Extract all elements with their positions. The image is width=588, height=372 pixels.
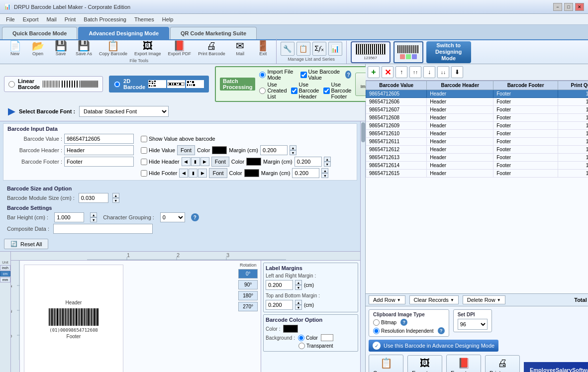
transparent-radio-label[interactable]: Transparent (298, 343, 333, 349)
header-margin-down[interactable]: ▼ (324, 162, 331, 167)
barcode-font-select[interactable]: Databar Stacked Font (79, 106, 169, 117)
value-font-button[interactable]: Font (177, 145, 195, 155)
show-value-check-label[interactable]: Show Value above barcode (141, 136, 215, 142)
footer-margin-input[interactable] (292, 168, 319, 178)
menu-help[interactable]: Help (158, 15, 178, 23)
bitmap-radio-label[interactable]: Bitmap (373, 319, 396, 326)
open-button[interactable]: 📂 Open (27, 40, 49, 57)
copy-barcode-toolbar-button[interactable]: 📋 Copy Barcode (96, 40, 130, 57)
help-btn-2[interactable]: ? (191, 213, 199, 221)
export-image-toolbar-button[interactable]: 🖼 Export Image (131, 40, 164, 57)
table-row[interactable]: 98654712610 Header Footer 1 (366, 130, 588, 138)
rotation-180-button[interactable]: 180° (238, 291, 258, 300)
copy-barcode-action-button[interactable]: 📋 Copy Barcode (369, 355, 403, 372)
rotation-90-button[interactable]: 90° (238, 280, 258, 289)
barcode-footer-input[interactable] (64, 157, 134, 167)
save-button[interactable]: 💾 Save (50, 40, 72, 57)
print-barcode-action-button[interactable]: 🖨 Print Barcode (485, 355, 520, 372)
composite-input[interactable] (53, 224, 153, 234)
barcode-value-input[interactable] (64, 134, 134, 144)
table-row[interactable]: 98654712613 Header Footer 1 (366, 154, 588, 162)
lr-margin-up[interactable]: ▲ (295, 280, 302, 285)
help-btn-1[interactable]: ? (345, 71, 351, 79)
bg-color-swatch[interactable] (321, 334, 333, 341)
table-row[interactable]: 98654712608 Header Footer 1 (366, 114, 588, 122)
module-size-input[interactable] (79, 193, 108, 203)
menu-mail[interactable]: Mail (43, 15, 61, 23)
import-file-radio-label[interactable]: Import File Mode (259, 69, 296, 81)
align-center-btn[interactable]: ▮ (191, 157, 200, 166)
maximize-button[interactable]: □ (564, 3, 573, 11)
header-margin-input[interactable] (294, 157, 322, 167)
use-value-check[interactable] (300, 72, 307, 78)
hide-value-check[interactable] (141, 147, 147, 154)
value-margin-up[interactable]: ▲ (290, 145, 296, 150)
list-add-button[interactable]: + (368, 66, 380, 78)
lr-margin-down[interactable]: ▼ (295, 285, 302, 290)
hide-footer-check[interactable] (141, 170, 147, 177)
resolution-radio-label[interactable]: Resolution Independent (373, 328, 434, 334)
use-footer-check[interactable] (323, 88, 330, 94)
export-pdf-toolbar-button[interactable]: 📕 Export PDF (165, 40, 195, 57)
use-value-check-label[interactable]: Use Barcode Value (300, 69, 342, 81)
tab-advanced-designing[interactable]: Advanced Designing Mode (78, 27, 169, 39)
align-right-btn[interactable]: ▶ (200, 157, 209, 166)
show-value-check[interactable] (141, 136, 147, 142)
save-as-button[interactable]: 💾 Save As (73, 40, 95, 57)
menu-file[interactable]: File (2, 15, 19, 23)
value-margin-input[interactable] (260, 145, 288, 155)
unit-cm[interactable]: cm (0, 271, 10, 277)
footer-align-left-btn[interactable]: ◀ (179, 169, 188, 178)
table-row[interactable]: 98654712615 Header Footer 1 (366, 170, 588, 178)
menu-print[interactable]: Print (61, 15, 80, 23)
barcode-color-swatch[interactable] (283, 325, 298, 333)
bar-height-up[interactable]: ▲ (90, 212, 97, 217)
hide-header-check-label[interactable]: Hide Header (141, 159, 180, 165)
char-group-select[interactable]: 012 (160, 212, 185, 222)
manage-btn-3[interactable]: Σ𝑓ₓ (312, 42, 326, 56)
footer-margin-down[interactable]: ▼ (321, 173, 328, 178)
list-move-last-button[interactable]: ↓↓ (437, 66, 449, 78)
menu-export[interactable]: Export (19, 15, 43, 23)
new-button[interactable]: 📄 New (4, 40, 26, 57)
help-res-btn[interactable]: ? (438, 327, 445, 334)
footer-align-right-btn[interactable]: ▶ (198, 169, 207, 178)
hide-header-check[interactable] (141, 159, 147, 165)
delete-row-button[interactable]: Delete Row ▼ (463, 295, 505, 304)
help-clip-btn[interactable]: ? (400, 319, 407, 326)
left-panel-scrollbar[interactable] (360, 121, 365, 372)
use-created-radio[interactable] (259, 88, 266, 94)
export-image-action-button[interactable]: 🖼 Export Image (407, 355, 442, 372)
reset-button[interactable]: 🔄 Reset All (4, 239, 48, 249)
table-row[interactable]: 98654712606 Header Footer 1 (366, 98, 588, 106)
module-size-up[interactable]: ▲ (112, 193, 119, 198)
color-radio-label[interactable]: Color (298, 335, 318, 341)
export-pdf-action-button[interactable]: 📕 Export PDF (446, 355, 481, 372)
unit-mm[interactable]: mm (0, 277, 10, 282)
header-font-button[interactable]: Font (211, 157, 229, 167)
list-delete-button[interactable]: ✕ (382, 66, 393, 78)
manage-btn-4[interactable]: 📊 (328, 42, 342, 56)
list-download-button[interactable]: ⬇ (451, 66, 463, 78)
bg-color-radio[interactable] (298, 335, 304, 341)
advance-designing-button[interactable]: ✓ Use this Barcode in Advance Designing … (369, 340, 498, 352)
switch-designing-mode-button[interactable]: Switch to Designing Mode (426, 41, 471, 63)
table-row[interactable]: 98654712609 Header Footer 1 (366, 122, 588, 130)
tb-margin-up[interactable]: ▲ (295, 300, 302, 305)
footer-align-center-btn[interactable]: ▮ (189, 169, 197, 178)
lr-margin-input[interactable] (266, 280, 293, 290)
tb-margin-input[interactable] (266, 300, 293, 310)
resolution-radio[interactable] (373, 328, 380, 334)
hide-value-check-label[interactable]: Hide Value (141, 147, 175, 154)
list-move-down-button[interactable]: ↓ (423, 66, 435, 78)
value-margin-down[interactable]: ▼ (290, 150, 296, 155)
menu-themes[interactable]: Themes (130, 15, 158, 23)
print-barcode-toolbar-button[interactable]: 🖨 Print Barcode (195, 40, 228, 57)
header-margin-up[interactable]: ▲ (324, 157, 331, 162)
list-move-up-button[interactable]: ↑ (395, 66, 407, 78)
tab-quick-barcode[interactable]: Quick Barcode Mode (2, 27, 77, 39)
table-row[interactable]: 98654712614 Header Footer 1 (366, 162, 588, 170)
clear-records-button[interactable]: Clear Records ▼ (409, 295, 459, 304)
menu-batch[interactable]: Batch Processing (80, 15, 130, 23)
header-color-swatch[interactable] (246, 158, 261, 166)
